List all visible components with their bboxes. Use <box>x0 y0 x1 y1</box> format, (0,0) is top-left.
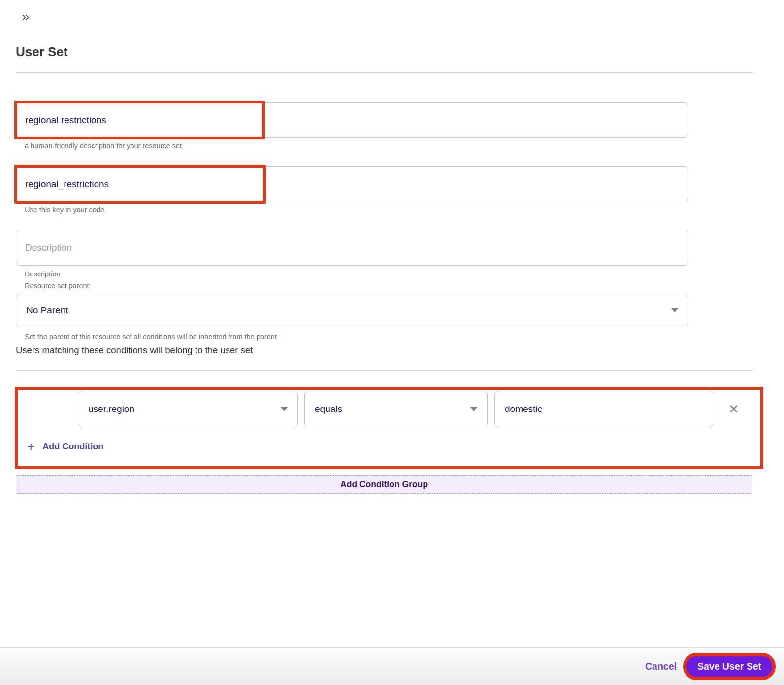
page-title: User Set <box>16 44 768 60</box>
parent-select[interactable]: No Parent <box>16 294 688 327</box>
condition-group: user.region equals ✕ + Add Condition <box>16 387 768 469</box>
user-set-panel: » User Set a human-friendly description … <box>0 0 784 685</box>
condition-attribute-select[interactable]: user.region <box>78 391 298 427</box>
parent-helper-text: Set the parent of this resource set all … <box>25 333 768 341</box>
chevron-down-icon <box>281 407 288 411</box>
plus-icon: + <box>27 440 34 453</box>
collapse-panel-icon[interactable]: » <box>22 10 29 24</box>
conditions-divider <box>16 370 753 371</box>
cancel-button[interactable]: Cancel <box>645 661 677 672</box>
remove-condition-icon[interactable]: ✕ <box>728 403 739 415</box>
name-helper-text: a human-friendly description for your re… <box>25 142 768 150</box>
header-divider <box>16 72 753 73</box>
condition-row: user.region equals ✕ <box>78 391 768 427</box>
chevron-down-icon <box>470 407 477 411</box>
condition-value-input[interactable] <box>494 391 714 427</box>
key-input[interactable] <box>16 166 688 202</box>
add-condition-button[interactable]: + Add Condition <box>27 440 103 453</box>
add-condition-label: Add Condition <box>42 442 103 452</box>
description-field-block: Description Resource set parent <box>16 230 768 290</box>
chevron-down-icon <box>671 308 678 312</box>
description-input[interactable] <box>16 230 688 266</box>
conditions-intro-text: Users matching these conditions will bel… <box>16 345 768 356</box>
key-helper-text: Use this key in your code. <box>25 206 768 214</box>
add-condition-group-label: Add Condition Group <box>340 480 428 490</box>
resource-set-parent-label: Resource set parent <box>25 282 768 290</box>
key-field-block: Use this key in your code. <box>16 166 768 214</box>
name-input[interactable] <box>16 102 688 138</box>
footer-action-bar: Cancel Save User Set <box>0 647 784 685</box>
description-label: Description <box>25 270 768 278</box>
condition-attribute-value: user.region <box>88 404 281 414</box>
main-content: » User Set a human-friendly description … <box>0 0 784 494</box>
condition-operator-value: equals <box>315 404 470 414</box>
add-condition-group-button[interactable]: Add Condition Group <box>16 475 752 494</box>
save-user-set-button[interactable]: Save User Set <box>686 656 772 677</box>
annotation-ring-save-button: Save User Set <box>683 653 776 680</box>
name-field-block: a human-friendly description for your re… <box>16 102 768 150</box>
condition-operator-select[interactable]: equals <box>304 391 488 427</box>
parent-select-value: No Parent <box>26 305 671 316</box>
